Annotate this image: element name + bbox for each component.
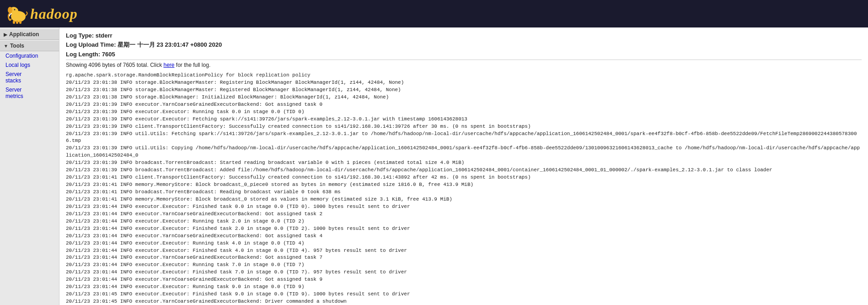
- log-upload-label: Log Upload Time:: [66, 41, 116, 48]
- logo-area: hadoop: [5, 4, 78, 24]
- svg-rect-4: [13, 21, 15, 24]
- sidebar-application-header[interactable]: ▶ Application: [0, 29, 59, 40]
- log-upload-line: Log Upload Time: 星期一 十一月 23 23:01:47 +08…: [66, 41, 862, 49]
- sidebar: ▶ Application ▼ Tools Configuration Loca…: [0, 27, 59, 305]
- log-upload-value: 星期一 十一月 23 23:01:47 +0800 2020: [118, 41, 222, 48]
- sidebar-item-configuration[interactable]: Configuration: [0, 51, 59, 60]
- header: hadoop: [0, 0, 868, 27]
- log-content: rg.apache.spark.storage.RandomBlockRepli…: [66, 72, 862, 305]
- sidebar-tools-label: Tools: [10, 43, 24, 49]
- summary-text: Showing 4096 bytes of 7605 total. Click: [66, 62, 163, 68]
- sidebar-item-server-stacks[interactable]: Serverstacks: [0, 70, 59, 85]
- full-log-link[interactable]: here: [163, 62, 174, 68]
- summary-text2: for the full log.: [175, 62, 211, 68]
- sidebar-tools-section: ▼ Tools Configuration Local logs Servers…: [0, 41, 59, 101]
- application-arrow-icon: ▶: [4, 32, 7, 37]
- log-summary: Showing 4096 bytes of 7605 total. Click …: [66, 62, 862, 68]
- sidebar-application-label: Application: [9, 31, 39, 38]
- svg-rect-5: [16, 21, 18, 24]
- sidebar-item-server-metrics[interactable]: Servermetrics: [0, 85, 59, 101]
- log-type-line: Log Type: stderr: [66, 32, 862, 39]
- sidebar-item-local-logs[interactable]: Local logs: [0, 60, 59, 70]
- log-type-label: Log Type:: [66, 32, 94, 39]
- log-length-value: 7605: [102, 51, 115, 58]
- svg-point-3: [14, 9, 16, 10]
- log-type-value: stderr: [96, 32, 113, 39]
- tools-arrow-icon: ▼: [4, 44, 8, 49]
- hadoop-elephant-icon: [5, 4, 28, 24]
- log-length-line: Log Length: 7605: [66, 51, 862, 58]
- sidebar-tools-header[interactable]: ▼ Tools: [0, 41, 59, 51]
- content-area: Log Type: stderr Log Upload Time: 星期一 十一…: [59, 27, 868, 305]
- hadoop-logo-text: hadoop: [30, 5, 78, 22]
- log-length-label: Log Length:: [66, 51, 100, 58]
- main-layout: ▶ Application ▼ Tools Configuration Loca…: [0, 27, 868, 305]
- svg-rect-6: [19, 21, 21, 24]
- divider: [66, 60, 862, 60]
